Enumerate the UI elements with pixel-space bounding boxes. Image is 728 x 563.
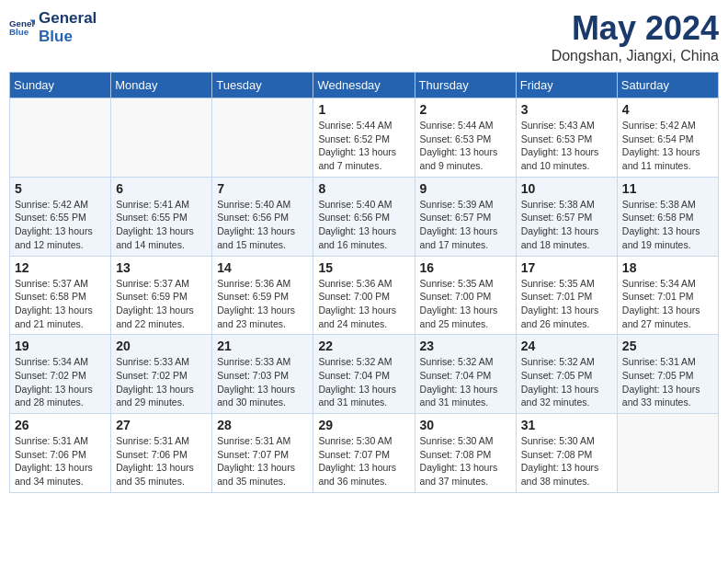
day-number: 20 bbox=[116, 339, 207, 353]
svg-text:Blue: Blue bbox=[9, 28, 29, 38]
calendar-cell: 19Sunrise: 5:34 AM Sunset: 7:02 PM Dayli… bbox=[10, 335, 111, 414]
day-info: Sunrise: 5:32 AM Sunset: 7:05 PM Dayligh… bbox=[521, 355, 612, 409]
month-year-title: May 2024 bbox=[552, 9, 719, 48]
calendar-cell: 24Sunrise: 5:32 AM Sunset: 7:05 PM Dayli… bbox=[516, 335, 617, 414]
day-info: Sunrise: 5:43 AM Sunset: 6:53 PM Dayligh… bbox=[521, 119, 612, 173]
calendar-cell: 26Sunrise: 5:31 AM Sunset: 7:06 PM Dayli… bbox=[10, 414, 111, 493]
calendar-table: SundayMondayTuesdayWednesdayThursdayFrid… bbox=[9, 72, 719, 493]
day-number: 27 bbox=[116, 418, 207, 432]
day-info: Sunrise: 5:42 AM Sunset: 6:54 PM Dayligh… bbox=[622, 119, 713, 173]
calendar-cell: 8Sunrise: 5:40 AM Sunset: 6:56 PM Daylig… bbox=[313, 177, 415, 256]
weekday-header-saturday: Saturday bbox=[617, 73, 718, 98]
day-number: 31 bbox=[521, 418, 612, 432]
day-number: 18 bbox=[622, 260, 713, 275]
day-number: 3 bbox=[521, 102, 612, 117]
week-row-2: 5Sunrise: 5:42 AM Sunset: 6:55 PM Daylig… bbox=[10, 177, 719, 256]
day-number: 14 bbox=[217, 260, 308, 275]
day-info: Sunrise: 5:38 AM Sunset: 6:57 PM Dayligh… bbox=[521, 198, 612, 252]
day-info: Sunrise: 5:32 AM Sunset: 7:04 PM Dayligh… bbox=[420, 355, 511, 409]
calendar-cell bbox=[111, 98, 212, 178]
week-row-4: 19Sunrise: 5:34 AM Sunset: 7:02 PM Dayli… bbox=[10, 335, 719, 414]
calendar-cell: 30Sunrise: 5:30 AM Sunset: 7:08 PM Dayli… bbox=[415, 414, 516, 493]
week-row-5: 26Sunrise: 5:31 AM Sunset: 7:06 PM Dayli… bbox=[10, 414, 719, 493]
day-info: Sunrise: 5:44 AM Sunset: 6:52 PM Dayligh… bbox=[318, 119, 409, 173]
day-number: 16 bbox=[420, 260, 511, 275]
day-number: 9 bbox=[420, 181, 511, 196]
calendar-cell: 28Sunrise: 5:31 AM Sunset: 7:07 PM Dayli… bbox=[212, 414, 313, 493]
day-info: Sunrise: 5:31 AM Sunset: 7:06 PM Dayligh… bbox=[116, 434, 207, 488]
day-info: Sunrise: 5:30 AM Sunset: 7:08 PM Dayligh… bbox=[521, 434, 612, 488]
weekday-header-row: SundayMondayTuesdayWednesdayThursdayFrid… bbox=[10, 73, 719, 98]
calendar-cell: 3Sunrise: 5:43 AM Sunset: 6:53 PM Daylig… bbox=[516, 98, 617, 178]
day-info: Sunrise: 5:31 AM Sunset: 7:07 PM Dayligh… bbox=[217, 434, 308, 488]
calendar-cell: 31Sunrise: 5:30 AM Sunset: 7:08 PM Dayli… bbox=[516, 414, 617, 493]
page-header: General Blue General Blue May 2024 Dongs… bbox=[9, 9, 719, 64]
day-number: 19 bbox=[15, 339, 106, 353]
calendar-cell bbox=[212, 98, 313, 178]
logo: General Blue General Blue bbox=[9, 9, 97, 47]
day-number: 5 bbox=[15, 181, 106, 196]
day-info: Sunrise: 5:30 AM Sunset: 7:07 PM Dayligh… bbox=[318, 434, 409, 488]
day-number: 26 bbox=[15, 418, 106, 432]
weekday-header-monday: Monday bbox=[111, 73, 212, 98]
week-row-1: 1Sunrise: 5:44 AM Sunset: 6:52 PM Daylig… bbox=[10, 98, 719, 178]
calendar-cell: 29Sunrise: 5:30 AM Sunset: 7:07 PM Dayli… bbox=[313, 414, 415, 493]
calendar-cell: 9Sunrise: 5:39 AM Sunset: 6:57 PM Daylig… bbox=[415, 177, 516, 256]
day-info: Sunrise: 5:31 AM Sunset: 7:06 PM Dayligh… bbox=[15, 434, 106, 488]
title-area: May 2024 Dongshan, Jiangxi, China bbox=[552, 9, 719, 64]
calendar-cell: 13Sunrise: 5:37 AM Sunset: 6:59 PM Dayli… bbox=[111, 256, 212, 335]
day-number: 13 bbox=[116, 260, 207, 275]
day-info: Sunrise: 5:36 AM Sunset: 6:59 PM Dayligh… bbox=[217, 277, 308, 331]
calendar-cell: 12Sunrise: 5:37 AM Sunset: 6:58 PM Dayli… bbox=[10, 256, 111, 335]
day-number: 6 bbox=[116, 181, 207, 196]
day-info: Sunrise: 5:35 AM Sunset: 7:01 PM Dayligh… bbox=[521, 277, 612, 331]
day-info: Sunrise: 5:37 AM Sunset: 6:58 PM Dayligh… bbox=[15, 277, 106, 331]
day-number: 24 bbox=[521, 339, 612, 353]
day-number: 12 bbox=[15, 260, 106, 275]
day-number: 22 bbox=[318, 339, 409, 353]
day-number: 23 bbox=[420, 339, 511, 353]
calendar-cell: 11Sunrise: 5:38 AM Sunset: 6:58 PM Dayli… bbox=[617, 177, 718, 256]
logo-icon: General Blue bbox=[9, 15, 35, 40]
calendar-cell: 22Sunrise: 5:32 AM Sunset: 7:04 PM Dayli… bbox=[313, 335, 415, 414]
calendar-cell: 23Sunrise: 5:32 AM Sunset: 7:04 PM Dayli… bbox=[415, 335, 516, 414]
day-number: 30 bbox=[420, 418, 511, 432]
day-info: Sunrise: 5:34 AM Sunset: 7:02 PM Dayligh… bbox=[15, 355, 106, 409]
calendar-cell: 21Sunrise: 5:33 AM Sunset: 7:03 PM Dayli… bbox=[212, 335, 313, 414]
day-number: 28 bbox=[217, 418, 308, 432]
calendar-cell: 2Sunrise: 5:44 AM Sunset: 6:53 PM Daylig… bbox=[415, 98, 516, 178]
calendar-cell bbox=[10, 98, 111, 178]
day-number: 21 bbox=[217, 339, 308, 353]
calendar-cell: 20Sunrise: 5:33 AM Sunset: 7:02 PM Dayli… bbox=[111, 335, 212, 414]
day-number: 1 bbox=[318, 102, 409, 117]
day-info: Sunrise: 5:40 AM Sunset: 6:56 PM Dayligh… bbox=[318, 198, 409, 252]
day-info: Sunrise: 5:39 AM Sunset: 6:57 PM Dayligh… bbox=[420, 198, 511, 252]
day-number: 10 bbox=[521, 181, 612, 196]
calendar-cell: 7Sunrise: 5:40 AM Sunset: 6:56 PM Daylig… bbox=[212, 177, 313, 256]
week-row-3: 12Sunrise: 5:37 AM Sunset: 6:58 PM Dayli… bbox=[10, 256, 719, 335]
logo-text-general: General bbox=[39, 9, 97, 28]
day-number: 15 bbox=[318, 260, 409, 275]
calendar-cell: 4Sunrise: 5:42 AM Sunset: 6:54 PM Daylig… bbox=[617, 98, 718, 178]
day-info: Sunrise: 5:33 AM Sunset: 7:02 PM Dayligh… bbox=[116, 355, 207, 409]
calendar-cell: 25Sunrise: 5:31 AM Sunset: 7:05 PM Dayli… bbox=[617, 335, 718, 414]
day-info: Sunrise: 5:37 AM Sunset: 6:59 PM Dayligh… bbox=[116, 277, 207, 331]
day-info: Sunrise: 5:33 AM Sunset: 7:03 PM Dayligh… bbox=[217, 355, 308, 409]
day-info: Sunrise: 5:40 AM Sunset: 6:56 PM Dayligh… bbox=[217, 198, 308, 252]
day-number: 11 bbox=[622, 181, 713, 196]
day-info: Sunrise: 5:44 AM Sunset: 6:53 PM Dayligh… bbox=[420, 119, 511, 173]
day-info: Sunrise: 5:35 AM Sunset: 7:00 PM Dayligh… bbox=[420, 277, 511, 331]
day-info: Sunrise: 5:42 AM Sunset: 6:55 PM Dayligh… bbox=[15, 198, 106, 252]
day-number: 25 bbox=[622, 339, 713, 353]
calendar-cell: 1Sunrise: 5:44 AM Sunset: 6:52 PM Daylig… bbox=[313, 98, 415, 178]
day-info: Sunrise: 5:36 AM Sunset: 7:00 PM Dayligh… bbox=[318, 277, 409, 331]
calendar-cell: 18Sunrise: 5:34 AM Sunset: 7:01 PM Dayli… bbox=[617, 256, 718, 335]
day-number: 29 bbox=[318, 418, 409, 432]
day-info: Sunrise: 5:38 AM Sunset: 6:58 PM Dayligh… bbox=[622, 198, 713, 252]
location-subtitle: Dongshan, Jiangxi, China bbox=[552, 48, 719, 64]
calendar-cell: 6Sunrise: 5:41 AM Sunset: 6:55 PM Daylig… bbox=[111, 177, 212, 256]
day-number: 4 bbox=[622, 102, 713, 117]
day-info: Sunrise: 5:31 AM Sunset: 7:05 PM Dayligh… bbox=[622, 355, 713, 409]
day-number: 8 bbox=[318, 181, 409, 196]
calendar-cell bbox=[617, 414, 718, 493]
